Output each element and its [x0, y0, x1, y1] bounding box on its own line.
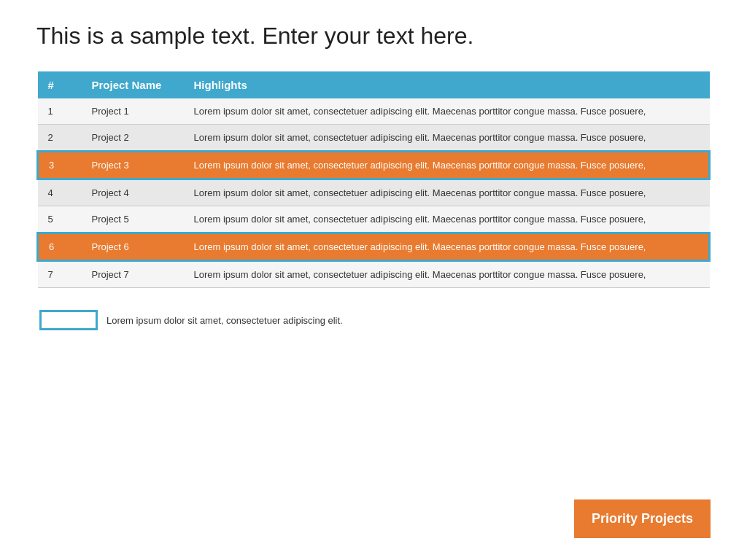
table-row: 3Project 3Lorem ipsum dolor sit amet, co… — [38, 152, 710, 179]
cell-num: 5 — [38, 206, 82, 233]
cell-num: 7 — [38, 261, 82, 288]
table-row: 6Project 6Lorem ipsum dolor sit amet, co… — [38, 233, 710, 261]
table-header: # Project Name Highlights — [38, 71, 710, 98]
cell-highlights: Lorem ipsum dolor sit amet, consectetuer… — [184, 98, 710, 125]
cell-name: Project 1 — [82, 98, 184, 125]
table-row: 7Project 7Lorem ipsum dolor sit amet, co… — [38, 261, 710, 288]
cell-name: Project 4 — [82, 179, 184, 206]
cell-name: Project 7 — [82, 261, 184, 288]
cell-num: 6 — [38, 233, 82, 261]
cell-name: Project 6 — [82, 233, 184, 261]
table-body: 1Project 1Lorem ipsum dolor sit amet, co… — [38, 98, 710, 288]
page-title: This is a sample text. Enter your text h… — [36, 22, 711, 50]
cell-highlights: Lorem ipsum dolor sit amet, consectetuer… — [184, 125, 710, 152]
cell-highlights: Lorem ipsum dolor sit amet, consectetuer… — [184, 261, 710, 288]
header-num: # — [38, 71, 82, 98]
table-row: 1Project 1Lorem ipsum dolor sit amet, co… — [38, 98, 710, 125]
table-row: 2Project 2Lorem ipsum dolor sit amet, co… — [38, 125, 710, 152]
table-row: 5Project 5Lorem ipsum dolor sit amet, co… — [38, 206, 710, 233]
cell-highlights: Lorem ipsum dolor sit amet, consectetuer… — [184, 152, 710, 179]
cell-name: Project 5 — [82, 206, 184, 233]
legend-area: Lorem ipsum dolor sit amet, consectetuer… — [39, 310, 711, 330]
cell-num: 4 — [38, 179, 82, 206]
header-highlights: Highlights — [184, 71, 710, 98]
cell-num: 3 — [38, 152, 82, 179]
cell-highlights: Lorem ipsum dolor sit amet, consectetuer… — [184, 233, 710, 261]
cell-num: 1 — [38, 98, 82, 125]
table-row: 4Project 4Lorem ipsum dolor sit amet, co… — [38, 179, 710, 206]
cell-name: Project 3 — [82, 152, 184, 179]
cell-highlights: Lorem ipsum dolor sit amet, consectetuer… — [184, 179, 710, 206]
page-container: This is a sample text. Enter your text h… — [0, 0, 747, 560]
cell-highlights: Lorem ipsum dolor sit amet, consectetuer… — [184, 206, 710, 233]
legend-text: Lorem ipsum dolor sit amet, consectetuer… — [107, 315, 343, 326]
header-row: # Project Name Highlights — [38, 71, 710, 98]
cell-num: 2 — [38, 125, 82, 152]
cell-name: Project 2 — [82, 125, 184, 152]
header-name: Project Name — [82, 71, 184, 98]
projects-table: # Project Name Highlights 1Project 1Lore… — [36, 71, 711, 288]
legend-box — [39, 310, 98, 330]
priority-projects-button[interactable]: Priority Projects — [574, 499, 711, 538]
